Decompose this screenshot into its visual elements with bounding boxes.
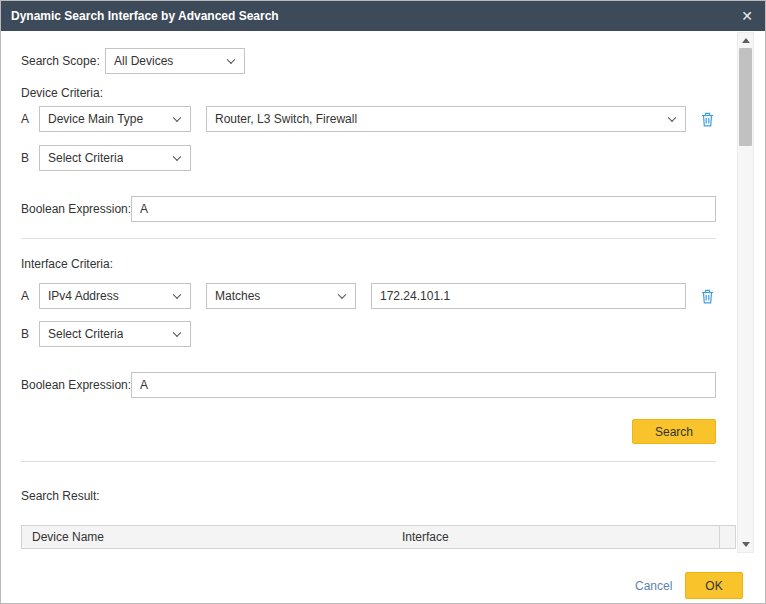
- interface-operator-select[interactable]: Matches: [206, 283, 356, 309]
- search-scope-value: All Devices: [114, 54, 173, 68]
- dialog-title: Dynamic Search Interface by Advanced Sea…: [11, 9, 279, 23]
- trash-icon: [701, 112, 714, 127]
- result-table-header: Device Name Interface: [21, 525, 736, 549]
- delete-interface-criteria-button[interactable]: [698, 283, 716, 309]
- chevron-down-icon: [173, 152, 181, 160]
- advanced-search-dialog: Dynamic Search Interface by Advanced Sea…: [0, 0, 766, 604]
- interface-criteria-a-value: IPv4 Address: [48, 289, 119, 303]
- scroll-up-icon[interactable]: [738, 33, 753, 48]
- column-header-interface[interactable]: Interface: [392, 526, 719, 548]
- search-result-label: Search Result:: [21, 488, 100, 504]
- trash-icon: [701, 289, 714, 304]
- search-scope-label: Search Scope:: [21, 48, 100, 74]
- close-icon[interactable]: ✕: [741, 9, 753, 23]
- device-criteria-b-value: Select Criteria: [48, 151, 123, 165]
- ok-button[interactable]: OK: [685, 572, 743, 599]
- chevron-down-icon: [338, 290, 346, 298]
- section-divider: [21, 238, 716, 239]
- device-type-value-select[interactable]: Router, L3 Switch, Firewall: [206, 106, 686, 132]
- chevron-down-icon: [173, 328, 181, 336]
- interface-boolean-label: Boolean Expression:: [21, 372, 131, 398]
- device-row-a-label: A: [21, 106, 35, 132]
- interface-value-input[interactable]: [371, 283, 686, 309]
- chevron-down-icon: [173, 290, 181, 298]
- delete-device-criteria-button[interactable]: [698, 106, 716, 132]
- chevron-down-icon: [227, 55, 235, 63]
- cancel-button[interactable]: Cancel: [635, 573, 672, 599]
- chevron-down-icon: [173, 113, 181, 121]
- search-button[interactable]: Search: [632, 419, 716, 444]
- vertical-scrollbar[interactable]: [737, 32, 754, 553]
- scroll-down-icon[interactable]: [738, 537, 753, 552]
- interface-criteria-b-select[interactable]: Select Criteria: [39, 321, 191, 347]
- scrollbar-track[interactable]: [738, 48, 753, 537]
- device-criteria-a-select[interactable]: Device Main Type: [39, 106, 191, 132]
- interface-criteria-a-select[interactable]: IPv4 Address: [39, 283, 191, 309]
- search-scope-select[interactable]: All Devices: [105, 48, 245, 74]
- device-criteria-a-value: Device Main Type: [48, 112, 143, 126]
- device-criteria-b-select[interactable]: Select Criteria: [39, 145, 191, 171]
- interface-boolean-input[interactable]: [131, 372, 716, 398]
- interface-criteria-label: Interface Criteria:: [21, 256, 113, 272]
- scrollbar-thumb[interactable]: [739, 48, 752, 146]
- chevron-down-icon: [668, 113, 676, 121]
- device-row-b-label: B: [21, 145, 35, 171]
- device-type-value: Router, L3 Switch, Firewall: [215, 112, 357, 126]
- device-criteria-label: Device Criteria:: [21, 85, 103, 101]
- interface-operator-value: Matches: [215, 289, 260, 303]
- dialog-header: Dynamic Search Interface by Advanced Sea…: [1, 1, 765, 31]
- interface-row-b-label: B: [21, 321, 35, 347]
- interface-criteria-b-value: Select Criteria: [48, 327, 123, 341]
- column-header-device-name[interactable]: Device Name: [22, 526, 392, 548]
- interface-row-a-label: A: [21, 283, 35, 309]
- table-scrollbar-corner: [719, 526, 735, 548]
- device-boolean-input[interactable]: [131, 196, 716, 222]
- device-boolean-label: Boolean Expression:: [21, 196, 131, 222]
- section-divider: [21, 461, 716, 462]
